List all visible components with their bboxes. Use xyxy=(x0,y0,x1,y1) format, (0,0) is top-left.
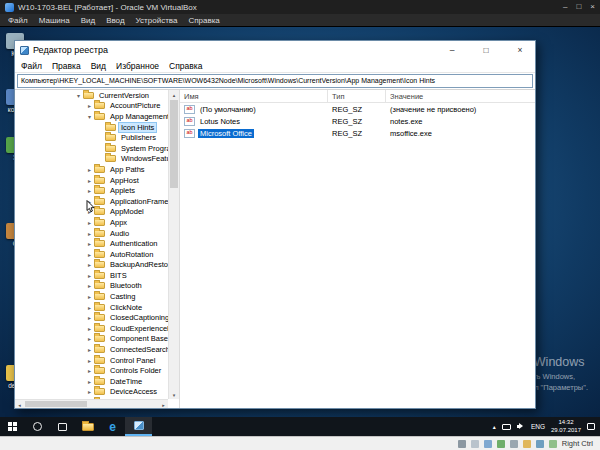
registry-tree-item[interactable]: ▾ CurrentVersion xyxy=(15,90,168,101)
registry-tree-item[interactable]: ▸ Control Panel xyxy=(15,355,168,366)
tree-chevron-icon[interactable]: ▸ xyxy=(86,367,93,374)
registry-tree-item[interactable]: ▸ Applets xyxy=(15,185,168,196)
scroll-right-icon[interactable]: ▸ xyxy=(159,400,168,408)
tree-chevron-icon[interactable]: ▸ xyxy=(86,230,93,237)
vbox-menu-item[interactable]: Устройства xyxy=(136,16,178,25)
registry-tree-item[interactable]: ▸ CloudExperienceH xyxy=(15,323,168,334)
tree-chevron-icon[interactable]: ▸ xyxy=(86,282,93,289)
tree-chevron-icon[interactable]: ▸ xyxy=(86,251,93,258)
column-header[interactable]: Имя xyxy=(180,90,328,102)
tree-chevron-icon[interactable]: ▸ xyxy=(86,304,93,311)
tree-chevron-icon[interactable]: ▸ xyxy=(86,314,93,321)
vbox-menu-item[interactable]: Машина xyxy=(39,16,70,25)
mouse-status-icon[interactable] xyxy=(549,440,557,448)
vbox-maximize-button[interactable]: □ xyxy=(576,0,581,14)
registry-value-row[interactable]: ab (По умолчанию) REG_SZ (значение не пр… xyxy=(180,103,535,115)
tree-chevron-icon[interactable]: ▸ xyxy=(86,198,93,205)
registry-tree-item[interactable]: ▸ ApplicationFrame xyxy=(15,196,168,207)
registry-tree-item[interactable]: ▸ Component Base xyxy=(15,334,168,345)
regedit-menu-item[interactable]: Справка xyxy=(169,61,202,71)
tree-chevron-icon[interactable]: ▸ xyxy=(86,346,93,353)
column-header[interactable]: Значение xyxy=(386,90,535,102)
registry-tree-item[interactable]: ▸ Bluetooth xyxy=(15,281,168,292)
registry-tree-item[interactable]: ▸ BackupAndRestor xyxy=(15,260,168,271)
edge-button[interactable]: e xyxy=(100,417,125,436)
hdd-status-icon[interactable] xyxy=(458,440,466,448)
tree-chevron-icon[interactable]: ▸ xyxy=(86,325,93,332)
registry-tree-item[interactable]: Publishers xyxy=(15,132,168,143)
regedit-menu-item[interactable]: Правка xyxy=(52,61,81,71)
regedit-close-button[interactable]: × xyxy=(505,41,535,59)
registry-tree-item[interactable]: ▸ AccountPicture xyxy=(15,101,168,112)
tree-chevron-icon[interactable]: ▸ xyxy=(86,357,93,364)
tree-chevron-icon[interactable]: ▸ xyxy=(86,272,93,279)
registry-tree-item[interactable]: WindowsFeatu xyxy=(15,154,168,165)
registry-tree-item[interactable]: ▸ Authentication xyxy=(15,238,168,249)
tree-vertical-scrollbar[interactable]: ▴ ▾ xyxy=(168,90,179,399)
scroll-down-icon[interactable]: ▾ xyxy=(169,390,179,399)
tree-chevron-icon[interactable]: ▸ xyxy=(86,293,93,300)
vbox-minimize-button[interactable]: – xyxy=(563,0,567,14)
regedit-menu-item[interactable]: Файл xyxy=(21,61,42,71)
registry-tree-item[interactable]: ▸ Controls Folder xyxy=(15,365,168,376)
volume-icon[interactable] xyxy=(517,423,525,431)
vbox-menu-item[interactable]: Ввод xyxy=(106,16,124,25)
display-status-icon[interactable] xyxy=(536,440,544,448)
registry-tree-item[interactable]: ▸ ClosedCaptioning xyxy=(15,312,168,323)
tree-chevron-icon[interactable]: ▸ xyxy=(86,388,93,395)
scroll-left-icon[interactable]: ◂ xyxy=(15,400,24,408)
tree-chevron-icon[interactable]: ▸ xyxy=(86,166,93,173)
registry-tree-item[interactable]: ▸ Audio xyxy=(15,228,168,239)
file-explorer-button[interactable] xyxy=(75,417,100,436)
registry-tree-item[interactable]: ▸ AppModel xyxy=(15,207,168,218)
audio-status-icon[interactable] xyxy=(484,440,492,448)
tree-chevron-icon[interactable]: ▸ xyxy=(86,177,93,184)
registry-tree-item[interactable]: ▸ App Paths xyxy=(15,164,168,175)
task-view-button[interactable] xyxy=(50,417,75,436)
registry-editor-titlebar[interactable]: Редактор реестра – □ × xyxy=(15,41,535,59)
tree-chevron-icon[interactable]: ▾ xyxy=(86,113,93,120)
registry-tree-item[interactable]: ▸ AppHost xyxy=(15,175,168,186)
registry-tree-item[interactable]: ▸ Casting xyxy=(15,291,168,302)
tree-chevron-icon[interactable]: ▸ xyxy=(86,187,93,194)
registry-tree-item[interactable]: ▸ DateTime xyxy=(15,376,168,387)
regedit-taskbar-button[interactable] xyxy=(125,417,152,436)
vbox-menu-item[interactable]: Вид xyxy=(81,16,95,25)
tree-chevron-icon[interactable]: ▸ xyxy=(86,102,93,109)
language-indicator[interactable]: ENG xyxy=(531,423,545,430)
registry-tree-item[interactable]: ▸ BITS xyxy=(15,270,168,281)
cd-status-icon[interactable] xyxy=(471,440,479,448)
action-center-icon[interactable] xyxy=(587,423,595,430)
vbox-menu-item[interactable]: Файл xyxy=(8,16,28,25)
taskbar-clock[interactable]: 14:32 29.07.2017 xyxy=(551,419,581,434)
regedit-menu-item[interactable]: Вид xyxy=(91,61,106,71)
usb-status-icon[interactable] xyxy=(510,440,518,448)
registry-tree-item[interactable]: ▸ AutoRotation xyxy=(15,249,168,260)
vbox-menu-item[interactable]: Справка xyxy=(188,16,219,25)
registry-path-input[interactable]: Компьютер\HKEY_LOCAL_MACHINE\SOFTWARE\WO… xyxy=(17,74,533,88)
cortana-button[interactable] xyxy=(25,417,50,436)
shared-folder-status-icon[interactable] xyxy=(523,440,531,448)
registry-tree-item[interactable]: ▸ ConnectedSearch xyxy=(15,344,168,355)
registry-tree-item[interactable]: System Progra xyxy=(15,143,168,154)
regedit-maximize-button[interactable]: □ xyxy=(471,41,501,59)
registry-tree-item[interactable]: ▾ App Management xyxy=(15,111,168,122)
virtualbox-titlebar[interactable]: W10-1703-BEL [Работает] - Oracle VM Virt… xyxy=(0,0,600,14)
regedit-minimize-button[interactable]: – xyxy=(437,41,467,59)
vertical-scroll-thumb[interactable] xyxy=(170,100,178,188)
tree-chevron-icon[interactable]: ▸ xyxy=(86,240,93,247)
registry-tree-item[interactable]: ▸ Appx xyxy=(15,217,168,228)
registry-value-row[interactable]: ab Microsoft Office REG_SZ msoffice.exe xyxy=(180,127,535,139)
hidden-icons-button[interactable]: ▴ xyxy=(493,423,496,430)
registry-value-row[interactable]: ab Lotus Notes REG_SZ notes.exe xyxy=(180,115,535,127)
scroll-up-icon[interactable]: ▴ xyxy=(169,90,179,99)
tree-chevron-icon[interactable]: ▸ xyxy=(86,208,93,215)
start-button[interactable] xyxy=(0,417,25,436)
column-header[interactable]: Тип xyxy=(328,90,386,102)
tree-chevron-icon[interactable]: ▾ xyxy=(75,92,82,99)
registry-tree-item[interactable]: ▸ ClickNote xyxy=(15,302,168,313)
regedit-menu-item[interactable]: Избранное xyxy=(116,61,159,71)
horizontal-scroll-thumb[interactable] xyxy=(25,401,87,407)
network-icon[interactable] xyxy=(502,424,511,430)
tree-chevron-icon[interactable]: ▸ xyxy=(86,219,93,226)
